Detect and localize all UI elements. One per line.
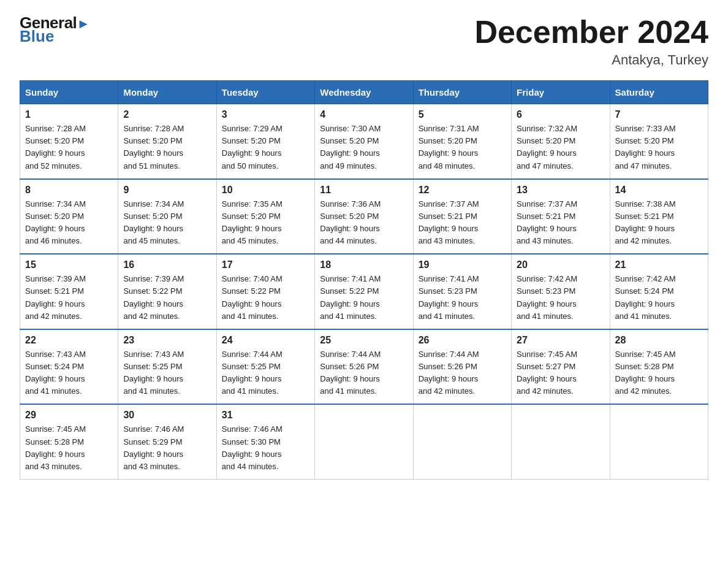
day-number: 24 (222, 335, 309, 346)
day-cell-6: 6Sunrise: 7:32 AMSunset: 5:20 PMDaylight… (512, 104, 610, 179)
day-info: Sunrise: 7:45 AMSunset: 5:27 PMDaylight:… (517, 348, 604, 398)
week-row-4: 22Sunrise: 7:43 AMSunset: 5:24 PMDayligh… (20, 329, 708, 405)
day-info: Sunrise: 7:37 AMSunset: 5:21 PMDaylight:… (517, 198, 604, 248)
header-day-friday: Friday (512, 81, 610, 104)
day-info: Sunrise: 7:28 AMSunset: 5:20 PMDaylight:… (123, 123, 211, 172)
location-subtitle: Antakya, Turkey (474, 52, 708, 68)
day-number: 21 (615, 259, 703, 270)
day-number: 19 (419, 259, 506, 270)
day-number: 9 (123, 185, 211, 196)
day-info: Sunrise: 7:33 AMSunset: 5:20 PMDaylight:… (615, 123, 703, 172)
day-number: 13 (517, 185, 604, 196)
header-day-thursday: Thursday (413, 81, 511, 104)
day-cell-28: 28Sunrise: 7:45 AMSunset: 5:28 PMDayligh… (610, 329, 708, 405)
day-info: Sunrise: 7:32 AMSunset: 5:20 PMDaylight:… (517, 123, 604, 172)
day-number: 26 (419, 335, 506, 346)
day-info: Sunrise: 7:40 AMSunset: 5:22 PMDaylight:… (222, 273, 309, 323)
day-number: 12 (419, 185, 506, 196)
header-day-sunday: Sunday (20, 81, 118, 104)
day-cell-5: 5Sunrise: 7:31 AMSunset: 5:20 PMDaylight… (413, 104, 511, 179)
day-info: Sunrise: 7:46 AMSunset: 5:29 PMDaylight:… (123, 423, 211, 473)
day-info: Sunrise: 7:42 AMSunset: 5:24 PMDaylight:… (615, 273, 703, 323)
day-number: 30 (123, 410, 211, 421)
day-number: 14 (615, 185, 703, 196)
day-cell-15: 15Sunrise: 7:39 AMSunset: 5:21 PMDayligh… (20, 254, 118, 329)
day-number: 1 (25, 109, 113, 120)
day-number: 22 (25, 335, 113, 346)
day-cell-25: 25Sunrise: 7:44 AMSunset: 5:26 PMDayligh… (315, 329, 413, 405)
logo-blue: Blue (20, 28, 90, 44)
day-info: Sunrise: 7:37 AMSunset: 5:21 PMDaylight:… (419, 198, 506, 248)
day-cell-7: 7Sunrise: 7:33 AMSunset: 5:20 PMDaylight… (610, 104, 708, 179)
day-number: 27 (517, 335, 604, 346)
week-row-5: 29Sunrise: 7:45 AMSunset: 5:28 PMDayligh… (20, 404, 708, 479)
empty-cell (512, 404, 610, 479)
title-block: December 2024 Antakya, Turkey (474, 15, 708, 68)
day-info: Sunrise: 7:30 AMSunset: 5:20 PMDaylight:… (320, 123, 408, 172)
day-cell-2: 2Sunrise: 7:28 AMSunset: 5:20 PMDaylight… (118, 104, 216, 179)
day-cell-26: 26Sunrise: 7:44 AMSunset: 5:26 PMDayligh… (413, 329, 511, 405)
day-info: Sunrise: 7:45 AMSunset: 5:28 PMDaylight:… (25, 423, 113, 473)
day-cell-24: 24Sunrise: 7:44 AMSunset: 5:25 PMDayligh… (216, 329, 314, 405)
day-cell-17: 17Sunrise: 7:40 AMSunset: 5:22 PMDayligh… (216, 254, 314, 329)
day-info: Sunrise: 7:41 AMSunset: 5:23 PMDaylight:… (419, 273, 506, 323)
day-number: 31 (222, 410, 309, 421)
day-number: 10 (222, 185, 309, 196)
day-cell-27: 27Sunrise: 7:45 AMSunset: 5:27 PMDayligh… (512, 329, 610, 405)
day-number: 2 (123, 109, 211, 120)
day-info: Sunrise: 7:35 AMSunset: 5:20 PMDaylight:… (222, 198, 309, 248)
day-info: Sunrise: 7:28 AMSunset: 5:20 PMDaylight:… (25, 123, 113, 172)
day-cell-8: 8Sunrise: 7:34 AMSunset: 5:20 PMDaylight… (20, 179, 118, 255)
day-cell-11: 11Sunrise: 7:36 AMSunset: 5:20 PMDayligh… (315, 179, 413, 255)
day-number: 6 (517, 109, 604, 120)
day-cell-30: 30Sunrise: 7:46 AMSunset: 5:29 PMDayligh… (118, 404, 216, 479)
month-year-title: December 2024 (474, 15, 708, 50)
day-cell-16: 16Sunrise: 7:39 AMSunset: 5:22 PMDayligh… (118, 254, 216, 329)
week-row-2: 8Sunrise: 7:34 AMSunset: 5:20 PMDaylight… (20, 179, 708, 255)
day-cell-22: 22Sunrise: 7:43 AMSunset: 5:24 PMDayligh… (20, 329, 118, 405)
day-cell-3: 3Sunrise: 7:29 AMSunset: 5:20 PMDaylight… (216, 104, 314, 179)
day-number: 16 (123, 259, 211, 270)
day-info: Sunrise: 7:31 AMSunset: 5:20 PMDaylight:… (419, 123, 506, 172)
header-day-tuesday: Tuesday (216, 81, 314, 104)
empty-cell (610, 404, 708, 479)
day-cell-12: 12Sunrise: 7:37 AMSunset: 5:21 PMDayligh… (413, 179, 511, 255)
day-info: Sunrise: 7:36 AMSunset: 5:20 PMDaylight:… (320, 198, 408, 248)
day-info: Sunrise: 7:44 AMSunset: 5:26 PMDaylight:… (419, 348, 506, 398)
day-number: 11 (320, 185, 408, 196)
day-number: 17 (222, 259, 309, 270)
day-cell-9: 9Sunrise: 7:34 AMSunset: 5:20 PMDaylight… (118, 179, 216, 255)
week-row-3: 15Sunrise: 7:39 AMSunset: 5:21 PMDayligh… (20, 254, 708, 329)
day-cell-4: 4Sunrise: 7:30 AMSunset: 5:20 PMDaylight… (315, 104, 413, 179)
header-day-saturday: Saturday (610, 81, 708, 104)
header-day-monday: Monday (118, 81, 216, 104)
day-info: Sunrise: 7:43 AMSunset: 5:25 PMDaylight:… (123, 348, 211, 398)
day-cell-18: 18Sunrise: 7:41 AMSunset: 5:22 PMDayligh… (315, 254, 413, 329)
day-cell-23: 23Sunrise: 7:43 AMSunset: 5:25 PMDayligh… (118, 329, 216, 405)
day-info: Sunrise: 7:34 AMSunset: 5:20 PMDaylight:… (25, 198, 113, 248)
day-number: 8 (25, 185, 113, 196)
day-number: 4 (320, 109, 408, 120)
day-number: 25 (320, 335, 408, 346)
day-number: 5 (419, 109, 506, 120)
day-info: Sunrise: 7:46 AMSunset: 5:30 PMDaylight:… (222, 423, 309, 473)
day-number: 3 (222, 109, 309, 120)
day-info: Sunrise: 7:34 AMSunset: 5:20 PMDaylight:… (123, 198, 211, 248)
empty-cell (413, 404, 511, 479)
calendar-table: SundayMondayTuesdayWednesdayThursdayFrid… (20, 80, 708, 480)
day-info: Sunrise: 7:41 AMSunset: 5:22 PMDaylight:… (320, 273, 408, 323)
day-number: 28 (615, 335, 703, 346)
day-number: 23 (123, 335, 211, 346)
day-cell-14: 14Sunrise: 7:38 AMSunset: 5:21 PMDayligh… (610, 179, 708, 255)
day-number: 18 (320, 259, 408, 270)
day-number: 20 (517, 259, 604, 270)
logo: General► Blue (20, 15, 90, 44)
week-row-1: 1Sunrise: 7:28 AMSunset: 5:20 PMDaylight… (20, 104, 708, 179)
day-info: Sunrise: 7:42 AMSunset: 5:23 PMDaylight:… (517, 273, 604, 323)
day-cell-29: 29Sunrise: 7:45 AMSunset: 5:28 PMDayligh… (20, 404, 118, 479)
calendar-header-row: SundayMondayTuesdayWednesdayThursdayFrid… (20, 81, 708, 104)
header-day-wednesday: Wednesday (315, 81, 413, 104)
day-cell-31: 31Sunrise: 7:46 AMSunset: 5:30 PMDayligh… (216, 404, 314, 479)
day-info: Sunrise: 7:44 AMSunset: 5:25 PMDaylight:… (222, 348, 309, 398)
day-number: 29 (25, 410, 113, 421)
